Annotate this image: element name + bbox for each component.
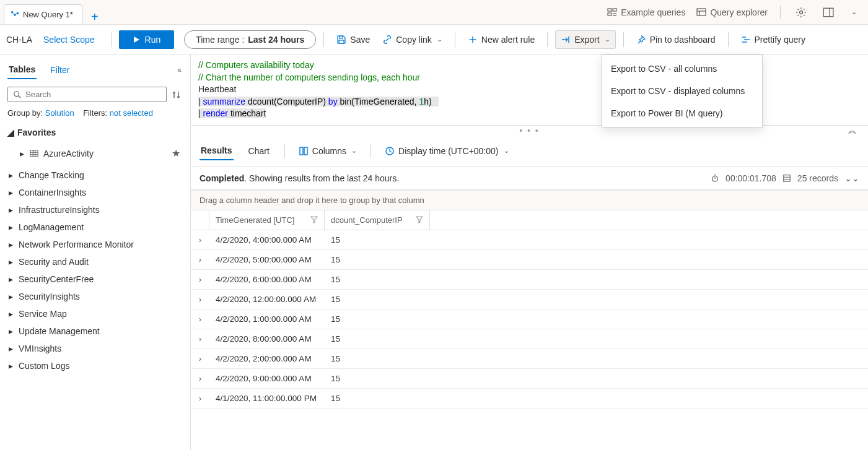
- filter-icon[interactable]: [416, 216, 423, 223]
- settings-icon[interactable]: [793, 4, 809, 20]
- scope-name: CH-LA: [6, 35, 41, 45]
- table-row[interactable]: ›4/2/2020, 2:00:00.000 AM15: [191, 349, 868, 369]
- sidebar-section[interactable]: ▸Network Performance Monitor: [7, 240, 182, 249]
- row-expand-icon[interactable]: ›: [191, 270, 209, 289]
- row-expand-icon[interactable]: ›: [191, 329, 209, 348]
- panel-layout-icon[interactable]: [820, 4, 836, 20]
- topbar-chevron-icon[interactable]: ⌄: [849, 6, 859, 19]
- prettify-icon: [741, 35, 751, 45]
- save-button[interactable]: Save: [331, 31, 375, 48]
- query-kw-by: by: [328, 97, 338, 106]
- sidebar-section[interactable]: ▸SecurityInsights: [7, 292, 182, 301]
- search-input[interactable]: [25, 90, 161, 99]
- sidebar-section[interactable]: ▸SecurityCenterFree: [7, 274, 182, 284]
- export-powerbi[interactable]: Export to Power BI (M query): [602, 102, 762, 124]
- new-alert-rule-button[interactable]: New alert rule: [463, 31, 540, 48]
- sidebar-section[interactable]: ▸LogManagement: [7, 222, 182, 232]
- query-tab-title: New Query 1*: [23, 10, 73, 19]
- splitter[interactable]: • • • ︽: [191, 126, 868, 136]
- sidebar-section[interactable]: ▸Security and Audit: [7, 257, 182, 267]
- sidebar-tab-filter[interactable]: Filter: [49, 61, 71, 79]
- row-expand-icon[interactable]: ›: [191, 250, 209, 269]
- sidebar-tab-tables[interactable]: Tables: [7, 61, 37, 79]
- export-csv-displayed[interactable]: Export to CSV - displayed columns: [602, 80, 762, 102]
- pin-to-dashboard-button[interactable]: Pin to dashboard: [631, 31, 721, 48]
- export-button[interactable]: Export ⌄: [555, 30, 615, 49]
- table-row[interactable]: ›4/2/2020, 12:00:00.000 AM15: [191, 290, 868, 309]
- row-expand-icon[interactable]: ›: [191, 290, 209, 309]
- row-expand-icon[interactable]: ›: [191, 389, 209, 408]
- row-expand-icon[interactable]: ›: [191, 230, 209, 249]
- th-time[interactable]: TimeGenerated [UTC]: [209, 210, 325, 230]
- table-row[interactable]: ›4/2/2020, 8:00:00.000 AM15: [191, 329, 868, 349]
- results-tab[interactable]: Results: [199, 142, 234, 160]
- svg-rect-5: [608, 13, 612, 15]
- prettify-query-button[interactable]: Prettify query: [736, 31, 810, 48]
- chart-tab[interactable]: Chart: [247, 142, 271, 160]
- sidebar-section[interactable]: ▸Update Management: [7, 326, 182, 336]
- filter-icon[interactable]: [310, 216, 318, 223]
- row-expand-icon[interactable]: ›: [191, 369, 209, 388]
- collapse-results-icon[interactable]: ︽: [848, 125, 858, 136]
- query-tab[interactable]: New Query 1*: [4, 4, 82, 24]
- table-row[interactable]: ›4/2/2020, 4:00:00.000 AM15: [191, 230, 868, 250]
- table-row[interactable]: ›4/2/2020, 1:00:00.000 AM15: [191, 309, 868, 329]
- favorites-header[interactable]: ◢ Favorites: [7, 128, 182, 137]
- status-completed: Completed: [199, 173, 244, 183]
- query-editor[interactable]: // Computers availability today // Chart…: [191, 54, 868, 126]
- th-count[interactable]: dcount_ComputerIP: [325, 210, 430, 230]
- query-tab-icon: [11, 11, 19, 19]
- cell-count: 15: [325, 270, 430, 289]
- toolbar-divider-1: [111, 32, 112, 47]
- export-icon: [561, 35, 571, 45]
- row-expand-icon[interactable]: ›: [191, 309, 209, 329]
- display-time-button[interactable]: Display time (UTC+00:00) ⌄: [385, 146, 509, 156]
- expand-down-icon[interactable]: ⌄⌄: [844, 173, 859, 183]
- sidebar-section[interactable]: ▸ContainerInsights: [7, 188, 182, 197]
- cell-time: 4/2/2020, 8:00:00.000 AM: [209, 329, 325, 348]
- sidebar-section[interactable]: ▸Custom Logs: [7, 361, 182, 371]
- star-icon[interactable]: ★: [172, 147, 180, 159]
- sidebar-section[interactable]: ▸InfrastructureInsights: [7, 205, 182, 215]
- columns-icon: [299, 146, 309, 156]
- filters-value[interactable]: not selected: [110, 108, 153, 118]
- copy-link-button[interactable]: Copy link ⌄: [377, 31, 447, 48]
- export-label: Export: [574, 35, 599, 45]
- example-queries-label: Example queries: [621, 7, 685, 17]
- sidebar-collapse-button[interactable]: «: [177, 66, 182, 74]
- cell-time: 4/2/2020, 12:00:00.000 AM: [209, 290, 325, 309]
- toolbar-divider-3: [455, 32, 455, 47]
- table-row[interactable]: ›4/1/2020, 11:00:00.000 PM15: [191, 389, 868, 409]
- sort-icon[interactable]: [172, 90, 182, 100]
- cell-count: 15: [325, 230, 430, 249]
- sidebar-section[interactable]: ▸Change Tracking: [7, 170, 182, 180]
- caret-right-icon: ▸: [7, 344, 14, 353]
- table-row[interactable]: ›4/2/2020, 9:00:00.000 AM15: [191, 369, 868, 389]
- groupby-value[interactable]: Solution: [45, 108, 74, 118]
- table-row[interactable]: ›4/2/2020, 6:00:00.000 AM15: [191, 270, 868, 290]
- select-scope-link[interactable]: Select Scope: [43, 35, 103, 45]
- example-queries-button[interactable]: Example queries: [607, 7, 685, 17]
- sidebar-section[interactable]: ▸Service Map: [7, 309, 182, 319]
- svg-rect-26: [30, 150, 38, 157]
- group-by-dropzone[interactable]: Drag a column header and drop it here to…: [191, 190, 868, 210]
- results-divider-1: [284, 144, 285, 158]
- table-row[interactable]: ›4/2/2020, 5:00:00.000 AM15: [191, 250, 868, 270]
- favorite-item-azureactivity[interactable]: ▸ AzureActivity ★: [7, 144, 182, 163]
- sidebar-search[interactable]: [7, 87, 167, 102]
- columns-button[interactable]: Columns ⌄: [299, 146, 357, 156]
- run-button[interactable]: Run: [119, 30, 175, 49]
- row-expand-icon[interactable]: ›: [191, 349, 209, 368]
- section-label: Network Performance Monitor: [19, 240, 134, 249]
- export-csv-all[interactable]: Export to CSV - all columns: [602, 58, 762, 80]
- sidebar-section[interactable]: ▸VMInsights: [7, 344, 182, 353]
- time-range-picker[interactable]: Time range : Last 24 hours: [184, 30, 316, 49]
- query-line-3: Heartbeat: [198, 84, 236, 94]
- th-time-label: TimeGenerated [UTC]: [216, 215, 294, 225]
- time-range-label: Time range :: [196, 35, 244, 45]
- query-explorer-label: Query explorer: [710, 7, 768, 17]
- new-tab-button[interactable]: +: [84, 10, 106, 24]
- save-icon: [336, 35, 346, 45]
- svg-rect-37: [784, 175, 791, 182]
- query-explorer-button[interactable]: Query explorer: [696, 7, 768, 17]
